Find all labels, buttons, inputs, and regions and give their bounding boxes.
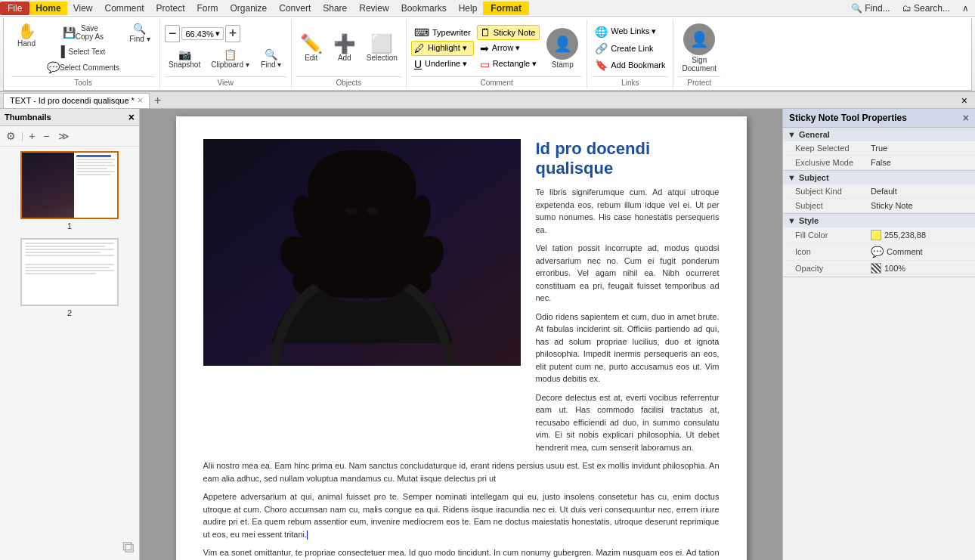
sign-document-icon: 👤 xyxy=(683,23,715,55)
menu-convert[interactable]: Convert xyxy=(273,2,317,15)
document-title: Id pro docendi qualisque xyxy=(536,139,720,178)
zoom-minus[interactable]: − xyxy=(165,25,181,42)
document-tab[interactable]: TEXT - Id pro docendi qualisque * × xyxy=(3,93,150,108)
doc-para-1: Te libris signiferumque cum. Ad atqui ut… xyxy=(536,186,720,236)
snapshot-button[interactable]: 📷 Snapshot xyxy=(165,47,204,71)
tab-close-all-button[interactable]: × xyxy=(957,93,972,108)
sign-document-button[interactable]: 👤 SignDocument xyxy=(678,21,720,75)
fill-color-swatch[interactable] xyxy=(871,230,881,240)
select-text-button[interactable]: ▌ Select Text xyxy=(43,44,123,59)
select-comments-button[interactable]: 💬 Select Comments xyxy=(43,60,123,75)
document-image xyxy=(203,139,521,366)
menu-bookmarks[interactable]: Bookmarks xyxy=(395,2,453,15)
thumb-settings-button[interactable]: ⚙ xyxy=(3,128,19,144)
tools-label: Tools xyxy=(11,76,155,87)
add-button[interactable]: ➕ Add xyxy=(330,32,360,64)
menu-share[interactable]: Share xyxy=(317,2,353,15)
edit-icon: ✏️ xyxy=(300,35,323,53)
properties-panel: Sticky Note Tool Properties × ▼ General … xyxy=(782,109,975,560)
add-bookmark-icon: 🔖 xyxy=(595,59,608,71)
zoom-dropdown[interactable]: 66.43% ▾ xyxy=(181,27,223,40)
zoom-plus[interactable]: + xyxy=(225,25,241,42)
general-arrow: ▼ xyxy=(788,130,796,139)
menu-view[interactable]: View xyxy=(67,2,99,15)
thumbnails-close-button[interactable]: × xyxy=(128,111,135,123)
save-icon: 💾 xyxy=(63,27,76,38)
view-label: View xyxy=(165,76,286,87)
svg-point-3 xyxy=(345,207,358,215)
snapshot-icon: 📷 xyxy=(178,49,191,60)
doc-tab-label: TEXT - Id pro docendi qualisque * xyxy=(10,96,135,105)
props-section-general: ▼ General Keep Selected True Exclusive M… xyxy=(783,128,975,171)
create-link-icon: 🔗 xyxy=(595,42,608,54)
ribbon-group-view: − 66.43% ▾ + 📷 Snapshot 📋 Clipboard ▾ xyxy=(160,20,292,88)
find-button[interactable]: 🔍 Find ▾ xyxy=(125,21,155,45)
thumb-zoom-out-button[interactable]: − xyxy=(40,128,52,144)
save-copy-as-button[interactable]: 💾 SaveCopy As xyxy=(43,21,123,43)
underline-icon: U xyxy=(414,58,422,70)
general-section-header[interactable]: ▼ General xyxy=(783,128,975,141)
thumb-zoom-in-button[interactable]: + xyxy=(26,128,38,144)
selection-button[interactable]: ⬜ Selection xyxy=(363,32,401,64)
menu-help[interactable]: Help xyxy=(453,2,484,15)
fill-color-row: Fill Color 255,238,88 xyxy=(783,227,975,243)
links-label: Links xyxy=(592,76,668,87)
hand-button[interactable]: ✋ Hand xyxy=(11,21,42,50)
sticky-note-button[interactable]: 🗒 Sticky Note xyxy=(477,25,540,40)
thumbnail-page2-img xyxy=(20,238,119,306)
menu-form[interactable]: Form xyxy=(191,2,224,15)
typewriter-button[interactable]: ⌨ Typewriter xyxy=(411,25,474,40)
subject-section-header[interactable]: ▼ Subject xyxy=(783,171,975,184)
style-section-header[interactable]: ▼ Style xyxy=(783,214,975,227)
clipboard-button[interactable]: 📋 Clipboard ▾ xyxy=(207,47,253,71)
copy-pages-button[interactable]: ⧉ xyxy=(122,537,135,557)
exclusive-mode-row: Exclusive Mode False xyxy=(783,156,975,170)
add-bookmark-button[interactable]: 🔖 Add Bookmark xyxy=(592,57,668,73)
thumbnail-page2[interactable]: 2 xyxy=(20,238,119,317)
menu-file[interactable]: File xyxy=(0,2,29,15)
document-content: Id pro docendi qualisque Te libris signi… xyxy=(536,139,720,459)
menu-comment[interactable]: Comment xyxy=(98,2,150,15)
document-area[interactable]: Id pro docendi qualisque Te libris signi… xyxy=(140,109,782,560)
thumb-options-button[interactable]: ≫ xyxy=(55,128,73,144)
underline-button[interactable]: U Underline ▾ xyxy=(411,57,474,72)
menu-review[interactable]: Review xyxy=(353,2,395,15)
stamp-button[interactable]: 👤 Stamp xyxy=(543,26,582,71)
thumbnails-header: Thumbnails × xyxy=(0,109,139,126)
rectangle-button[interactable]: ▭ Rectangle ▾ xyxy=(477,57,540,72)
objects-label: Objects xyxy=(296,76,401,87)
tab-close-button[interactable]: × xyxy=(138,95,143,106)
highlight-button[interactable]: 🖊 Highlight ▾ xyxy=(411,41,474,56)
add-icon: ➕ xyxy=(333,35,356,53)
find-view-button[interactable]: 🔍 Find ▾ xyxy=(256,47,286,71)
ribbon-group-objects: ✏️ Edit ➕ Add ⬜ Selection Objects xyxy=(292,20,407,88)
subject-label-field: Subject xyxy=(795,201,871,210)
create-link-button[interactable]: 🔗 Create Link xyxy=(592,41,656,56)
fill-color-value: 255,238,88 xyxy=(871,230,926,240)
thumbnail-page1[interactable]: 1 xyxy=(20,151,119,230)
menu-collapse[interactable]: ∧ xyxy=(956,2,975,15)
menu-home[interactable]: Home xyxy=(29,2,67,15)
zoom-value: 66.43% xyxy=(185,29,213,39)
menu-organize[interactable]: Organize xyxy=(224,2,274,15)
fill-color-label: Fill Color xyxy=(795,230,871,240)
subject-kind-label: Subject Kind xyxy=(795,187,871,196)
menu-protect[interactable]: Protect xyxy=(150,2,191,15)
sticky-note-icon: 🗒 xyxy=(480,26,491,39)
menu-find[interactable]: 🔍 Find... xyxy=(845,2,896,15)
doc-para-3: Odio ridens sapientem et cum, duo in ame… xyxy=(536,311,720,385)
tab-add-button[interactable]: + xyxy=(150,93,166,108)
ribbon: ✋ Hand 💾 SaveCopy As ▌ Select Text 💬 Sel… xyxy=(0,17,975,92)
find-view-icon: 🔍 xyxy=(265,49,277,60)
edit-button[interactable]: ✏️ Edit xyxy=(296,32,327,64)
arrow-button[interactable]: ➡ Arrow ▾ xyxy=(477,41,540,56)
doc-para-6: Appetere adversarium at qui, animal fuis… xyxy=(203,490,720,540)
menu-format[interactable]: Format xyxy=(483,2,529,15)
ribbon-group-tools: ✋ Hand 💾 SaveCopy As ▌ Select Text 💬 Sel… xyxy=(7,20,160,88)
web-links-button[interactable]: 🌐 Web Links ▾ xyxy=(592,24,659,39)
menu-search[interactable]: 🗂 Search... xyxy=(896,2,956,15)
properties-close-button[interactable]: × xyxy=(963,112,969,124)
icon-label: Icon xyxy=(795,247,871,256)
select-comments-icon: 💬 xyxy=(47,62,60,73)
subject-kind-row: Subject Kind Default xyxy=(783,184,975,199)
